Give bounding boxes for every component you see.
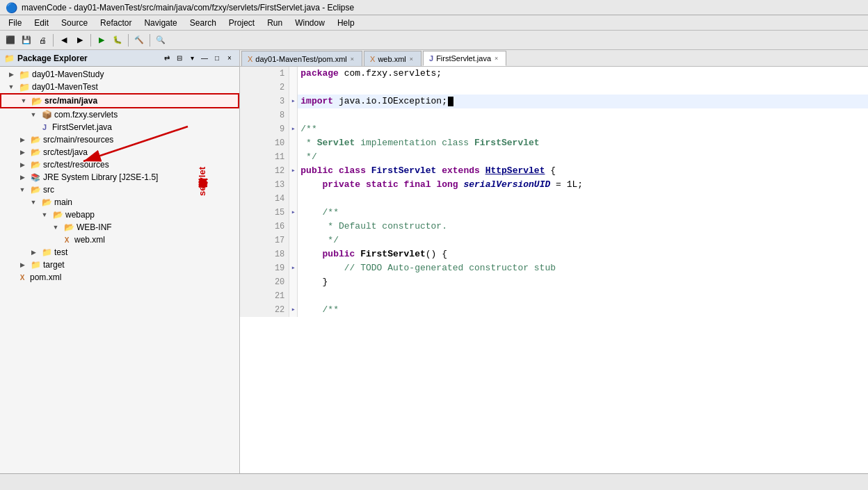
explorer-minimize-btn[interactable]: — (199, 53, 210, 64)
line-content-10: * Servlet implementation class FirstServ… (298, 136, 868, 150)
tab-close-pom[interactable]: × (350, 56, 355, 63)
expand-icon-com-fzxy-servlets: ▼ (28, 109, 39, 120)
tab-label-firstservlet: FirstServlet.java (436, 54, 491, 63)
label-day01-MavenStudy: day01-MavenStudy (32, 70, 104, 79)
line-content-16: * Default constructor. (298, 220, 868, 234)
line-marker-8 (289, 108, 298, 122)
line-marker-14 (289, 192, 298, 206)
menu-item-search[interactable]: Search (184, 17, 222, 29)
label-pom-xml: pom.xml (30, 272, 61, 282)
tree-item-WEB-INF[interactable]: ▼ 📂 WEB-INF (0, 221, 239, 234)
label-test: test (54, 247, 67, 257)
tree-item-src-main-resources[interactable]: ▶ 📂 src/main/resources (0, 133, 239, 146)
toolbar-run[interactable]: ▶ (94, 33, 109, 48)
label-jre-library: JRE System Library [J2SE-1.5] (43, 172, 158, 182)
tab-label-webxml: web.xml (378, 55, 405, 63)
line-content-2 (298, 81, 868, 95)
tab-close-webxml[interactable]: × (409, 56, 414, 63)
annotation-text: 直接右键创建servlet (196, 167, 209, 196)
menu-item-navigate[interactable]: Navigate (138, 17, 182, 29)
title-text: mavenCode - day01-MavenTest/src/main/jav… (22, 3, 354, 13)
explorer-close-btn[interactable]: × (224, 53, 235, 64)
toolbar-save[interactable]: 💾 (19, 33, 34, 48)
explorer-sync-btn[interactable]: ⇄ (161, 53, 172, 64)
code-line-1: 1 package com.fzxy.servlets; (240, 67, 868, 81)
menu-item-source[interactable]: Source (56, 17, 93, 29)
line-content-3: import java.io.IOException; (298, 95, 868, 108)
line-num-8: 8 (240, 108, 289, 122)
tree-item-web-xml[interactable]: X web.xml (0, 234, 239, 246)
menu-item-run[interactable]: Run (262, 17, 288, 29)
code-editor[interactable]: 1 package com.fzxy.servlets; 2 3 ▸ impor… (240, 67, 868, 473)
line-content-9: /** (298, 122, 868, 136)
tab-FirstServlet[interactable]: J FirstServlet.java × (423, 51, 506, 66)
expand-icon-src-test-java: ▶ (17, 147, 28, 158)
line-num-17: 17 (240, 234, 289, 247)
toolbar: ⬛ 💾 🖨 ◀ ▶ ▶ 🐛 🔨 🔍 (0, 31, 868, 50)
toolbar-new[interactable]: ⬛ (3, 33, 18, 48)
tree-item-test[interactable]: ▶ 📁 test (0, 246, 239, 259)
tree-item-target[interactable]: ▶ 📁 target (0, 259, 239, 271)
tab-close-firstservlet[interactable]: × (494, 55, 499, 62)
tree-item-day01-MavenStudy[interactable]: ▶ 📁 day01-MavenStudy (0, 68, 239, 81)
menu-item-window[interactable]: Window (289, 17, 330, 29)
code-line-18: 18 public FirstServlet() { (240, 247, 868, 261)
package-icon: 📦 (41, 109, 52, 120)
explorer-title: 📁 Package Explorer (4, 54, 88, 63)
src-folder-icon: 📂 (31, 95, 42, 106)
label-target: target (43, 260, 65, 270)
explorer-maximize-btn[interactable]: □ (211, 53, 223, 64)
tree-item-pom-xml[interactable]: X pom.xml (0, 271, 239, 284)
code-line-15: 15 ▸ /** (240, 206, 868, 220)
toolbar-debug[interactable]: 🐛 (110, 33, 125, 48)
toolbar-forward[interactable]: ▶ (72, 33, 88, 48)
tree-item-day01-MavenTest[interactable]: ▼ 📁 day01-MavenTest (0, 81, 239, 93)
line-marker-3: ▸ (289, 95, 298, 108)
toolbar-search[interactable]: 🔍 (153, 33, 168, 48)
menu-item-refactor[interactable]: Refactor (95, 17, 137, 29)
label-com-fzxy-servlets: com.fzxy.servlets (54, 110, 118, 120)
main-layout: 📁 Package Explorer ⇄ ⊟ ▾ — □ × ▶ 📁 day01… (0, 50, 868, 473)
label-src-test-resources: src/test/resources (43, 160, 109, 170)
menu-item-help[interactable]: Help (332, 17, 360, 29)
tree-item-main[interactable]: ▼ 📂 main (0, 196, 239, 209)
line-marker-21 (289, 289, 298, 303)
line-marker-1 (289, 67, 298, 81)
tree-item-src-main-java[interactable]: ▼ 📂 src/main/java (0, 93, 239, 108)
tab-web-xml[interactable]: X web.xml × (364, 51, 421, 66)
toolbar-back[interactable]: ◀ (56, 33, 72, 48)
line-marker-11 (289, 150, 298, 164)
tab-icon-firstservlet: J (429, 54, 433, 63)
explorer-collapse-btn[interactable]: ⊟ (174, 53, 185, 64)
tree-item-webapp[interactable]: ▼ 📂 webapp (0, 209, 239, 221)
toolbar-sep-1 (53, 34, 54, 47)
line-content-17: */ (298, 234, 868, 247)
expand-icon-day01-MavenTest: ▼ (6, 81, 17, 92)
code-line-20: 20 } (240, 275, 868, 289)
menu-item-project[interactable]: Project (223, 17, 260, 29)
explorer-menu-btn[interactable]: ▾ (186, 53, 198, 64)
line-num-11: 11 (240, 150, 289, 164)
toolbar-build[interactable]: 🔨 (131, 33, 147, 48)
tab-pom-xml[interactable]: X day01-MavenTest/pom.xml × (241, 51, 362, 66)
toolbar-sep-4 (150, 34, 150, 47)
menu-item-edit[interactable]: Edit (29, 17, 54, 29)
explorer-tree[interactable]: ▶ 📁 day01-MavenStudy ▼ 📁 day01-MavenTest… (0, 67, 239, 473)
expand-icon-webapp: ▼ (39, 209, 50, 220)
line-marker-18 (289, 247, 298, 261)
src-test-java-icon: 📂 (30, 147, 41, 158)
toolbar-print[interactable]: 🖨 (35, 33, 50, 48)
line-num-12: 12 (240, 164, 289, 178)
code-line-13: 13 private static final long serialVersi… (240, 178, 868, 192)
tree-item-com-fzxy-servlets[interactable]: ▼ 📦 com.fzxy.servlets (0, 108, 239, 121)
menu-item-file[interactable]: File (3, 17, 27, 29)
tree-item-FirstServlet[interactable]: J FirstServlet.java (0, 121, 239, 133)
test-icon: 📁 (41, 247, 52, 258)
line-marker-22: ▸ (289, 303, 298, 317)
tree-item-src-test-java[interactable]: ▶ 📂 src/test/java (0, 146, 239, 158)
line-num-9: 9 (240, 122, 289, 136)
code-line-8: 8 (240, 108, 868, 122)
explorer-panel: 📁 Package Explorer ⇄ ⊟ ▾ — □ × ▶ 📁 day01… (0, 50, 240, 473)
expand-icon-src-main-res: ▶ (17, 134, 28, 145)
project-icon-day01-MavenTest: 📁 (19, 81, 30, 92)
